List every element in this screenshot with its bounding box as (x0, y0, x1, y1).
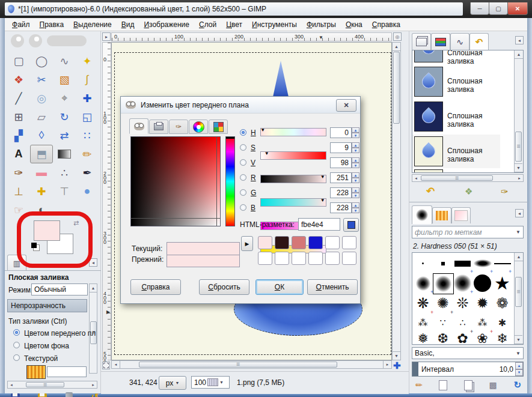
tool-bucket-fill[interactable]: ⬒ (30, 145, 53, 163)
scroll-up-icon[interactable]: ▲ (90, 284, 97, 292)
tool-gradient[interactable] (53, 145, 76, 163)
tab-paths[interactable]: ∿ (450, 33, 469, 50)
clear-history-icon[interactable]: ✑ (501, 186, 509, 197)
tool-perspective-clone[interactable]: ⊤ (53, 182, 76, 201)
save-options-icon[interactable] (11, 393, 20, 397)
undo-vscrollbar[interactable]: ▲ ☰ ▼ (514, 50, 523, 172)
title-bar[interactable]: *[1] (импортировано)-6.0 (Индексированны… (5, 2, 463, 16)
brush-item[interactable]: ✱ (492, 313, 512, 333)
radio-pattern-fill[interactable] (13, 354, 20, 361)
brush-item[interactable]: ✹ (472, 293, 492, 313)
tab-undo-history[interactable]: ↶ (469, 33, 489, 50)
opacity-slider[interactable]: Непрозрачность (7, 299, 87, 312)
b-value[interactable]: 228 (330, 202, 352, 213)
radio-b[interactable] (240, 204, 246, 211)
h-spinner[interactable]: ▲▼ (352, 127, 359, 138)
history-swatch[interactable] (308, 252, 323, 265)
tool-fuzzy-select[interactable]: ✦ (76, 52, 99, 70)
r-slider[interactable]: ▼ (260, 198, 326, 207)
scroll-down-icon[interactable]: ▼ (515, 335, 522, 344)
menu-filters[interactable]: Фильтры (302, 19, 341, 30)
undo-item[interactable]: Сплошная заливка (412, 65, 500, 98)
tab-watercolor-selector[interactable]: ✑ (169, 120, 188, 134)
dialog-title-bar[interactable]: Изменить цвет переднего плана (121, 97, 360, 114)
h-slider[interactable]: ▼ (260, 128, 326, 136)
scroll-down-icon[interactable]: ▼ (515, 163, 522, 172)
menu-windows[interactable]: Окна (341, 19, 367, 30)
radio-r[interactable] (240, 174, 246, 181)
scroll-up-icon[interactable]: ▲ (515, 50, 523, 59)
s-value[interactable]: 9 (330, 142, 352, 153)
h-value[interactable]: 0 (330, 127, 352, 138)
v-slider[interactable]: ▼ (260, 175, 326, 183)
tool-rect-select[interactable]: ▢ (7, 52, 30, 70)
menu-view[interactable]: Вид (117, 19, 139, 30)
radio-s[interactable] (240, 144, 246, 151)
menu-tools[interactable]: Инструменты (247, 19, 302, 30)
reset-options-icon[interactable]: ↺ (91, 392, 99, 397)
brush-item[interactable]: ❀ (472, 333, 492, 345)
tool-options-scrollbar[interactable]: ▲ ☰ (89, 283, 97, 374)
spacing-slider[interactable]: Интервал 10,0 ▲▼ (412, 362, 524, 377)
brush-item[interactable]: ∵ (433, 313, 453, 333)
dock-collapse-icon[interactable]: ◂ (515, 209, 524, 217)
tool-scissors-select[interactable]: ✂ (30, 70, 53, 89)
scroll-left-icon[interactable]: ◂ (8, 381, 15, 388)
zoom-follow-window-icon[interactable]: ◎ (393, 32, 402, 41)
ok-button[interactable]: ОК (255, 279, 304, 295)
reset-button[interactable]: Сбросить (199, 279, 249, 295)
history-swatch[interactable] (258, 236, 272, 249)
dock-collapse-icon[interactable]: ◂ (515, 36, 524, 44)
quickmask-toggle-icon[interactable] (102, 362, 110, 369)
tab-brushes[interactable] (412, 205, 432, 224)
history-add-button[interactable]: ▶ (241, 236, 253, 251)
history-swatch[interactable] (292, 236, 306, 249)
scrollbar-thumb[interactable]: ☰ (139, 362, 337, 368)
tab-gradients[interactable] (451, 207, 471, 223)
radio-fg-fill[interactable] (13, 329, 20, 336)
radio-v[interactable] (240, 159, 246, 166)
g-value[interactable]: 228 (330, 187, 352, 198)
tool-move[interactable]: ✚ (76, 89, 99, 108)
tool-rotate[interactable]: ↻ (53, 108, 76, 126)
scroll-left-icon[interactable]: ◂ (112, 361, 120, 368)
menu-file[interactable]: Файл (7, 19, 35, 30)
brush-item[interactable]: ❅ (413, 333, 433, 345)
edit-brush-icon[interactable]: ✏ (415, 380, 423, 390)
brush-item[interactable] (433, 253, 453, 273)
delete-options-icon[interactable] (66, 393, 73, 397)
scrollbar-thumb[interactable]: ☰ (515, 132, 522, 162)
menu-colors[interactable]: Цвет (221, 19, 247, 30)
b-spinner[interactable]: ▲▼ (352, 202, 359, 213)
brush-item[interactable]: ✿ (453, 333, 472, 345)
image-menu-icon[interactable]: ▸ (102, 32, 111, 41)
help-button[interactable]: Справка (130, 279, 181, 295)
tab-gimp-selector[interactable] (129, 118, 148, 134)
undo-item[interactable]: Сплошная заливка (412, 50, 500, 64)
tool-ink[interactable]: ✒ (76, 163, 99, 182)
undo-hscrollbar[interactable]: ◂ ☰ ▸ (412, 174, 524, 182)
canvas-hscrollbar[interactable]: ◂ ☰ ▸ (111, 360, 392, 369)
s-slider[interactable]: ▼ (260, 151, 326, 160)
tool-flip[interactable]: ⇄ (53, 126, 76, 145)
tool-zoom[interactable]: ◎ (30, 89, 53, 108)
delete-brush-icon[interactable]: ▩ (489, 380, 497, 390)
tool-color-picker[interactable]: ╱ (7, 89, 30, 108)
tool-scale[interactable]: ◱ (76, 108, 99, 126)
tab-cmyk-selector[interactable] (149, 120, 168, 134)
tool-free-select[interactable]: ∿ (53, 52, 76, 70)
pan-view-icon[interactable]: ✚ (393, 360, 401, 371)
scroll-right-icon[interactable]: ▸ (383, 361, 391, 368)
history-swatch[interactable] (325, 236, 340, 249)
menu-layer[interactable]: Слой (194, 19, 221, 30)
history-swatch[interactable] (292, 252, 306, 265)
history-swatch[interactable] (325, 252, 340, 265)
restore-options-icon[interactable] (38, 393, 47, 397)
scrollbar-thumb[interactable]: ☰ (515, 277, 522, 307)
tool-crop[interactable]: ▱ (30, 108, 53, 126)
tool-cage-transform[interactable]: ∷ (76, 126, 99, 145)
tab-palette-selector[interactable] (209, 120, 228, 134)
scroll-up-icon[interactable]: ▲ (393, 43, 400, 51)
undo-item[interactable]: Сплошная заливка (412, 135, 500, 168)
tool-perspective[interactable]: ◊ (30, 126, 53, 145)
